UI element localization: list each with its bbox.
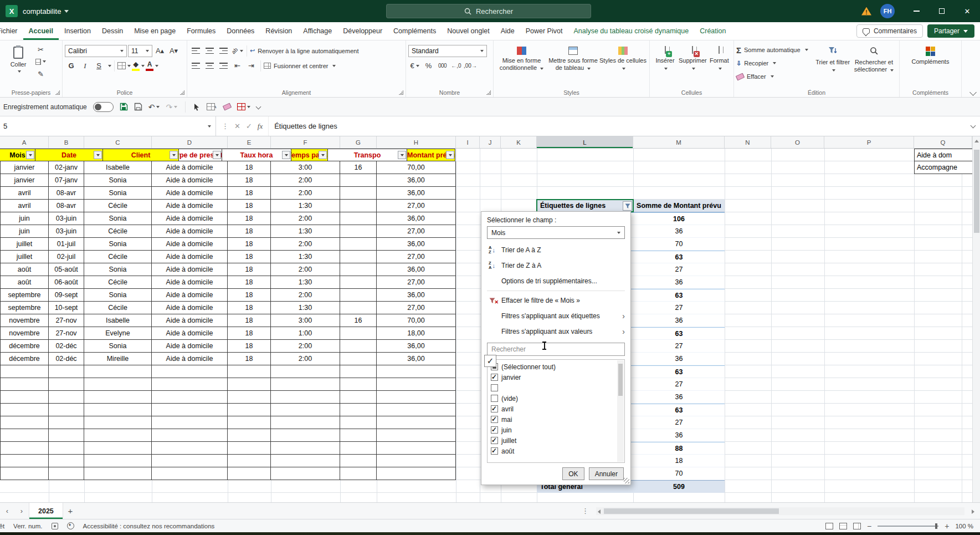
cell[interactable]: Aide à domicile [152,289,228,302]
cell[interactable]: 05-août [49,263,84,276]
cell[interactable] [152,365,228,378]
cell[interactable]: juin [0,225,49,238]
cell[interactable]: Cécile [84,200,152,212]
cell[interactable]: 18 [228,314,271,327]
zoom-level[interactable]: 100 % [955,523,973,529]
column-filter-button[interactable] [282,151,290,159]
column-filter-button[interactable] [213,151,221,159]
cell[interactable]: 03-juin [49,225,84,238]
confirm-entry-icon[interactable]: ✓ [246,122,252,130]
column-filter-button[interactable] [446,151,454,159]
cell[interactable]: Accompagne [914,161,972,174]
cell[interactable]: 36,00 [377,263,456,276]
cell[interactable]: 18 [228,161,271,174]
cell[interactable] [152,378,228,391]
scroll-left-icon[interactable] [598,509,601,514]
cell[interactable]: 3:00 [271,314,340,327]
align-bottom-icon[interactable] [217,45,230,57]
font-size-select[interactable]: 11 [128,45,152,57]
cell[interactable]: 2:00 [271,187,340,200]
cell[interactable]: Sonia [84,187,152,200]
resize-grip[interactable] [624,478,629,483]
cell[interactable] [49,467,84,480]
cancel-button[interactable]: Annuler [589,467,624,480]
ribbon-tab[interactable]: Power Pivot [520,22,568,40]
scroll-right-icon[interactable] [972,509,974,514]
number-format-select[interactable]: Standard [408,45,487,57]
account-avatar[interactable]: FH [880,4,895,18]
cell[interactable]: Sonia [84,212,152,225]
ribbon-tab[interactable]: Mise en page [129,22,181,40]
workbook-title[interactable]: comptabilite [23,7,69,16]
table-header-cell[interactable]: Transpo [328,149,407,161]
filter-list-item[interactable]: avril [491,404,615,414]
cell[interactable] [271,416,340,429]
checkbox[interactable] [491,395,498,402]
checkbox[interactable] [491,437,498,444]
column-filter-button[interactable] [170,151,178,159]
cell[interactable]: 03-juin [49,212,84,225]
maximize-button[interactable] [929,0,955,22]
red-table-icon[interactable] [237,103,250,110]
ribbon-tab[interactable]: Insertion [59,22,96,40]
cell[interactable] [340,200,377,212]
cell[interactable]: juin [0,212,49,225]
column-filter-button[interactable] [26,151,34,159]
cell[interactable] [49,391,84,404]
column-header[interactable]: P [824,136,914,148]
decrease-indent-icon[interactable]: ⇤ [231,60,244,72]
cell[interactable] [152,467,228,480]
cell[interactable]: 18,00 [377,327,456,340]
cell[interactable]: 09-sept [49,289,84,302]
clipboard-dialog-launcher[interactable] [55,90,60,95]
cell[interactable]: 18 [228,187,271,200]
insert-function-button[interactable]: fx [258,122,263,131]
cell[interactable]: juillet [0,238,49,251]
cell[interactable] [84,404,152,416]
cell[interactable]: 1:30 [271,200,340,212]
checkbox[interactable] [491,374,498,381]
cell[interactable] [271,442,340,455]
cell[interactable] [49,442,84,455]
cell[interactable]: Sonia [84,174,152,187]
cell[interactable] [49,455,84,467]
cell[interactable] [340,302,377,314]
cell[interactable]: 2:00 [271,238,340,251]
cell[interactable] [340,289,377,302]
cell[interactable]: 18 [228,238,271,251]
cell[interactable] [271,365,340,378]
column-header[interactable]: B [49,136,84,148]
cell[interactable] [377,467,456,480]
bold-button[interactable]: G [65,60,78,72]
cell-styles-button[interactable]: Styles de cellules [599,43,647,85]
cell[interactable]: 36,00 [377,187,456,200]
cell[interactable] [340,276,377,289]
cell[interactable]: décembre [0,353,49,365]
cell[interactable]: Aide à domicile [152,212,228,225]
cell[interactable] [340,238,377,251]
pivot-values-header[interactable]: Somme de Montant prévu [633,200,725,212]
collapse-ribbon-chevron-icon[interactable] [969,89,977,96]
accounting-format-button[interactable]: € [408,60,421,72]
column-filter-button[interactable] [398,151,406,159]
column-header[interactable]: G [340,136,377,148]
copy-button[interactable] [34,55,47,68]
minimize-button[interactable] [904,0,929,22]
cell[interactable] [340,212,377,225]
decrease-decimal-button[interactable]: ,00→ [464,60,477,72]
cell[interactable]: Aide à domicile [152,161,228,174]
formula-input[interactable]: Étiquettes de lignes [269,116,966,136]
cell[interactable] [0,378,49,391]
cell[interactable]: Aide à domicile [152,314,228,327]
cell[interactable]: Aide à domicile [152,225,228,238]
cell[interactable]: novembre [0,314,49,327]
cell[interactable]: janvier [0,174,49,187]
cell[interactable]: janvier [0,161,49,174]
vertical-scrollbar[interactable] [972,136,980,502]
cell[interactable]: 36,00 [377,238,456,251]
cell[interactable]: 01-juil [49,238,84,251]
pivot-row-labels-header[interactable]: Étiquettes de lignes [537,200,633,212]
table-header-cell[interactable]: Temps passé [291,149,328,161]
table-header-cell[interactable]: Type de prestatio [179,149,222,161]
cell[interactable] [377,429,456,442]
